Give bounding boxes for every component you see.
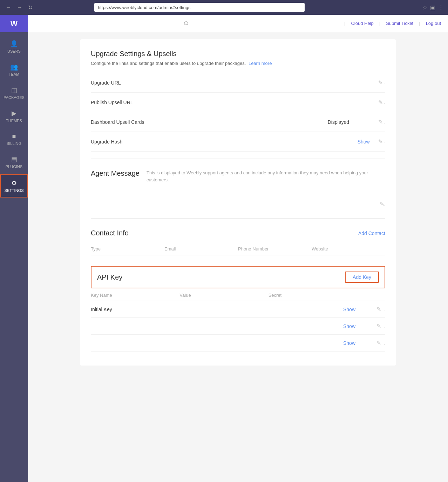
reload-button[interactable]: ↻: [27, 3, 34, 12]
weebly-logo: W: [0, 15, 28, 15]
extensions-icon[interactable]: ▣: [430, 4, 435, 11]
menu-icon[interactable]: ⋮: [438, 4, 444, 11]
forward-button[interactable]: →: [15, 3, 24, 12]
url-text: https://www.weeblycloud.com/admin/#setti…: [98, 5, 190, 10]
browser-icons: ☆ ▣ ⋮: [422, 4, 444, 11]
star-icon[interactable]: ☆: [422, 4, 427, 11]
back-button[interactable]: ←: [4, 3, 13, 12]
browser-chrome: ← → ↻ https://www.weeblycloud.com/admin/…: [0, 0, 448, 15]
url-bar[interactable]: https://www.weeblycloud.com/admin/#setti…: [94, 3, 305, 12]
